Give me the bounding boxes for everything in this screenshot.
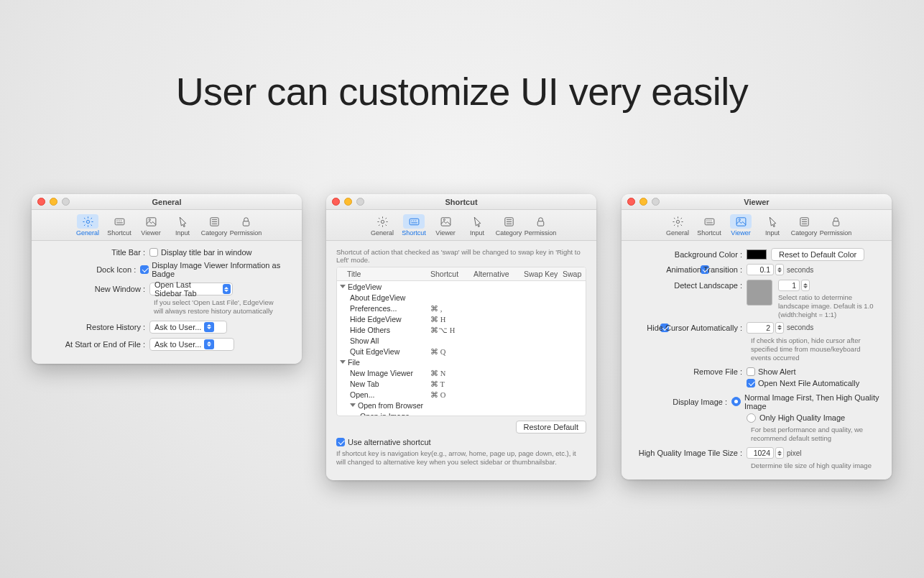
tab-shortcut[interactable]: Shortcut	[399, 213, 428, 238]
tab-viewer[interactable]: Viewer	[726, 213, 755, 238]
svg-point-9	[443, 219, 445, 220]
shortcut-row[interactable]: Open in Image...	[337, 410, 586, 416]
titlebar[interactable]: Viewer	[622, 194, 892, 210]
close-icon[interactable]	[332, 198, 340, 206]
svg-point-15	[739, 219, 740, 220]
tab-general[interactable]: General	[663, 213, 692, 238]
close-icon[interactable]	[627, 198, 635, 206]
checkbox-use-alternative[interactable]	[336, 438, 345, 446]
shortcut-row[interactable]: File	[337, 357, 586, 367]
tab-general-label: General	[371, 229, 394, 237]
tab-viewer-label: Viewer	[141, 229, 160, 237]
field-hide-cursor-seconds[interactable]: 2	[747, 322, 774, 334]
zoom-icon	[652, 198, 660, 206]
shortcut-row[interactable]: Open...⌘ O	[337, 389, 586, 400]
checkbox-show-alert-label[interactable]: Show Alert	[758, 367, 796, 376]
tab-category[interactable]: Category	[494, 213, 523, 238]
shortcut-row[interactable]: Show All	[337, 335, 586, 346]
field-tile-size[interactable]: 1024	[747, 447, 774, 459]
shortcut-row-key[interactable]: ⌘ H	[430, 315, 473, 324]
radio-hq-only-label[interactable]: Only High Quality Image	[759, 413, 845, 422]
tab-input[interactable]: Input	[463, 213, 491, 238]
shortcut-row[interactable]: Preferences...⌘ ,	[337, 303, 586, 313]
tab-general[interactable]: General	[73, 213, 102, 238]
tab-category[interactable]: Category	[790, 213, 818, 238]
shortcut-row[interactable]: Open from Browser	[337, 400, 586, 410]
shortcut-row[interactable]: About EdgeView	[337, 292, 586, 303]
radio-normal-first-label[interactable]: Normal Image First, Then High Quality Im…	[744, 393, 882, 410]
field-animation-seconds[interactable]: 0.1	[747, 264, 774, 275]
shortcut-row-key[interactable]: ⌘ ,	[430, 304, 473, 313]
titlebar[interactable]: Shortcut	[326, 194, 596, 210]
restore-default-button[interactable]: Restore Default	[516, 421, 586, 434]
tab-permission[interactable]: Permission	[526, 213, 555, 238]
general-icon	[667, 214, 688, 229]
checkbox-title-bar[interactable]	[149, 248, 158, 257]
titlebar[interactable]: General	[32, 194, 302, 210]
shortcut-row[interactable]: New Image Viewer⌘ N	[337, 367, 586, 378]
shortcut-row-key[interactable]: ⌘ T	[430, 380, 473, 388]
checkbox-dock-icon[interactable]	[140, 265, 149, 274]
shortcut-table[interactable]: Title Shortcut Alternative Swap Key Swap…	[336, 267, 586, 416]
shortcut-row[interactable]: New Tab⌘ T	[337, 378, 586, 389]
disclosure-triangle-icon[interactable]	[340, 360, 346, 364]
stepper-tile-size[interactable]	[775, 447, 784, 459]
shortcut-row-key[interactable]: ⌘ N	[430, 369, 473, 377]
radio-normal-first[interactable]	[731, 397, 741, 406]
tab-permission[interactable]: Permission	[821, 213, 850, 238]
reset-color-button[interactable]: Reset to Default Color	[771, 248, 864, 261]
shortcut-row-title: Hide EdgeView	[350, 315, 402, 324]
shortcut-row-title: About EdgeView	[350, 293, 405, 302]
checkbox-show-alert[interactable]	[747, 367, 755, 376]
prefs-toolbar: GeneralShortcutViewerInputCategoryPermis…	[622, 210, 892, 241]
shortcut-row[interactable]: Hide Others⌘⌥ H	[337, 324, 586, 335]
select-new-window[interactable]: Open Last Sidebar Tab	[149, 283, 233, 295]
shortcut-row-key[interactable]: ⌘ O	[430, 390, 473, 399]
select-restore-history[interactable]: Ask to User...	[149, 321, 227, 334]
category-icon	[498, 214, 519, 229]
col-swap-key: Swap Key	[524, 270, 563, 278]
stepper-animation[interactable]	[775, 264, 784, 275]
color-swatch-background[interactable]	[747, 249, 767, 260]
checkbox-use-alternative-label[interactable]: Use alternative shortcut	[348, 438, 431, 446]
checkbox-dock-icon-text[interactable]: Display Image Viewer Information as Badg…	[152, 261, 292, 278]
shortcut-row[interactable]: EdgeView	[337, 281, 586, 292]
checkbox-title-bar-text[interactable]: Display title bar in window	[161, 248, 252, 257]
shortcut-row-title: New Image Viewer	[350, 369, 413, 377]
tab-viewer-label: Viewer	[731, 229, 750, 237]
tab-category[interactable]: Category	[200, 213, 228, 238]
shortcut-row-key[interactable]: ⌘ Q	[430, 347, 473, 356]
field-landscape-ratio[interactable]: 1	[778, 280, 800, 291]
tab-category-label: Category	[496, 229, 522, 237]
label-display-image: Display Image :	[632, 398, 731, 406]
minimize-icon[interactable]	[50, 198, 57, 206]
minimize-icon[interactable]	[639, 198, 647, 206]
permission-icon	[235, 214, 257, 229]
disclosure-triangle-icon[interactable]	[340, 285, 346, 288]
close-icon[interactable]	[37, 198, 45, 206]
checkbox-open-next[interactable]	[747, 379, 755, 387]
minimize-icon[interactable]	[344, 198, 352, 206]
tab-input-label: Input	[175, 229, 190, 237]
chevron-updown-icon	[204, 339, 214, 349]
shortcut-row-key[interactable]: ⌘⌥ H	[430, 326, 473, 334]
tab-input[interactable]: Input	[758, 213, 787, 238]
checkbox-open-next-label[interactable]: Open Next File Automatically	[758, 379, 859, 387]
radio-hq-only[interactable]	[747, 413, 756, 423]
shortcut-row[interactable]: Quit EdgeView⌘ Q	[337, 346, 586, 357]
tab-shortcut[interactable]: Shortcut	[695, 213, 724, 238]
stepper-hide-cursor[interactable]	[775, 322, 784, 334]
tab-viewer[interactable]: Viewer	[431, 213, 460, 238]
tab-viewer[interactable]: Viewer	[137, 213, 165, 238]
shortcut-row-title: Hide Others	[350, 326, 390, 334]
tab-shortcut[interactable]: Shortcut	[105, 213, 134, 238]
stepper-landscape[interactable]	[801, 280, 810, 291]
shortcut-row[interactable]: Hide EdgeView⌘ H	[337, 313, 586, 324]
disclosure-triangle-icon[interactable]	[350, 403, 356, 407]
select-start-end[interactable]: Ask to User...	[149, 338, 234, 351]
permission-icon	[530, 214, 551, 229]
tab-permission[interactable]: Permission	[231, 213, 260, 238]
tab-general[interactable]: General	[368, 213, 397, 238]
tab-input[interactable]: Input	[168, 213, 197, 238]
window-shortcut: Shortcut GeneralShortcutViewerInputCateg…	[326, 194, 596, 480]
